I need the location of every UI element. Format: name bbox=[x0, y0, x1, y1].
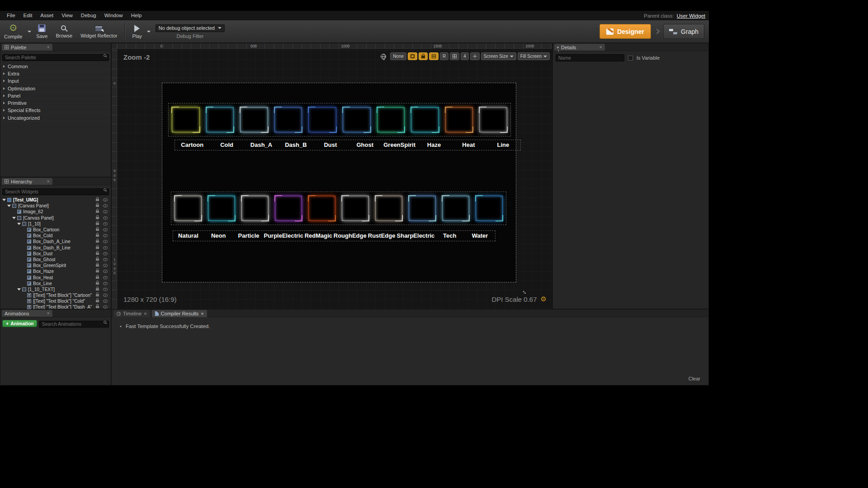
tree-row[interactable]: [Test_UMG] bbox=[0, 197, 111, 203]
close-icon[interactable]: × bbox=[47, 311, 50, 316]
effect-preview[interactable] bbox=[472, 192, 506, 225]
close-icon[interactable]: × bbox=[47, 45, 50, 50]
effect-preview[interactable] bbox=[205, 192, 238, 225]
hierarchy-tab[interactable]: Hierarchy × bbox=[2, 178, 52, 185]
lock-icon[interactable] bbox=[96, 199, 99, 201]
visibility-eye-icon[interactable] bbox=[103, 222, 108, 225]
lock-icon[interactable] bbox=[96, 300, 99, 302]
animations-tab[interactable]: Animations × bbox=[2, 310, 52, 317]
effect-label[interactable]: Line bbox=[486, 140, 520, 150]
visibility-eye-icon[interactable] bbox=[103, 282, 108, 285]
menu-item[interactable]: Debug bbox=[77, 11, 100, 20]
visibility-eye-icon[interactable] bbox=[103, 264, 108, 267]
clear-button[interactable]: Clear bbox=[686, 375, 703, 382]
visibility-eye-icon[interactable] bbox=[103, 228, 108, 231]
effect-label[interactable]: RoughEdge bbox=[334, 231, 367, 241]
preview-none-dropdown[interactable]: None bbox=[390, 52, 406, 60]
visibility-eye-icon[interactable] bbox=[103, 300, 108, 303]
tree-row[interactable]: Box_Heat bbox=[0, 274, 111, 280]
effect-preview[interactable] bbox=[340, 103, 374, 136]
visibility-eye-icon[interactable] bbox=[103, 276, 108, 279]
widget-canvas[interactable]: CartoonColdDash_ADash_BDustGhostGreenSpi… bbox=[162, 83, 516, 282]
respect-locks-button[interactable]: R bbox=[440, 52, 448, 60]
tree-row[interactable]: Box_Ghost bbox=[0, 257, 111, 263]
close-icon[interactable]: × bbox=[599, 45, 602, 50]
visibility-eye-icon[interactable] bbox=[103, 270, 108, 273]
lock-icon[interactable] bbox=[96, 240, 99, 243]
palette-category[interactable]: Panel bbox=[0, 92, 111, 99]
effect-preview[interactable] bbox=[169, 103, 203, 136]
fill-screen-dropdown[interactable]: Fill Screen bbox=[518, 52, 550, 60]
effect-preview[interactable] bbox=[374, 103, 408, 136]
tree-row[interactable]: [1_10] bbox=[0, 221, 111, 227]
effect-label[interactable]: Dust bbox=[313, 140, 348, 150]
lock-icon[interactable] bbox=[96, 288, 99, 291]
tree-row[interactable]: [1_10_TEXT] bbox=[0, 286, 111, 292]
tree-row[interactable]: Box_Haze bbox=[0, 268, 111, 274]
close-icon[interactable]: × bbox=[144, 311, 146, 316]
snap-size-button[interactable]: 4 bbox=[461, 52, 469, 60]
close-icon[interactable]: × bbox=[201, 311, 203, 316]
effect-label[interactable]: Tech bbox=[434, 231, 465, 241]
expand-arrow-icon[interactable] bbox=[3, 65, 5, 68]
effect-preview[interactable] bbox=[372, 192, 406, 225]
lock-icon[interactable] bbox=[96, 205, 99, 207]
effect-label[interactable]: GreenSpirit bbox=[382, 140, 416, 150]
lock-icon[interactable] bbox=[96, 270, 99, 272]
effect-label[interactable]: Neon bbox=[203, 231, 234, 241]
add-animation-button[interactable]: + Animation bbox=[2, 320, 37, 327]
play-button[interactable]: Play bbox=[128, 21, 146, 42]
tree-row[interactable]: Box_Cartoon bbox=[0, 227, 111, 233]
visibility-eye-icon[interactable] bbox=[103, 288, 108, 291]
expand-arrow-icon[interactable] bbox=[3, 102, 5, 104]
designer-viewport[interactable]: 0500100015002000 05001000 Zoom -2 None R… bbox=[111, 43, 552, 309]
effect-label[interactable]: Ghost bbox=[348, 140, 382, 150]
compiler-results-tab[interactable]: Compiler Results × bbox=[152, 310, 207, 317]
expander-icon[interactable] bbox=[17, 288, 21, 291]
tree-row[interactable]: Box_Dash_A_Line bbox=[0, 239, 111, 244]
effect-label[interactable]: Dash_B bbox=[278, 140, 313, 150]
grid-snap-button[interactable] bbox=[450, 52, 459, 60]
effect-label[interactable]: Natural bbox=[173, 231, 203, 241]
menu-item[interactable]: Asset bbox=[36, 11, 57, 20]
canvas-area[interactable]: Zoom -2 None R 4 Screen Size Fill Screen bbox=[117, 49, 552, 309]
safe-zone-button[interactable] bbox=[408, 52, 417, 60]
tree-row[interactable]: [Canvas Panel] bbox=[0, 215, 111, 221]
tree-row[interactable]: [[Text] "Text Block"] "Cold" bbox=[0, 298, 111, 304]
lock-icon[interactable] bbox=[96, 217, 99, 219]
effect-preview[interactable] bbox=[439, 192, 472, 225]
palette-category[interactable]: Uncategorized bbox=[0, 114, 111, 122]
debug-filter-select[interactable]: No debug object selected bbox=[156, 24, 225, 32]
effect-label[interactable]: Cold bbox=[209, 140, 244, 150]
lock-icon[interactable] bbox=[96, 235, 99, 237]
menu-item[interactable]: Window bbox=[100, 11, 127, 20]
dpi-settings-gear-icon[interactable]: ⚙ bbox=[541, 295, 547, 303]
tree-row[interactable]: Box_Dust bbox=[0, 251, 111, 257]
browse-button[interactable]: Browse bbox=[52, 21, 76, 42]
effect-label[interactable]: Heat bbox=[451, 140, 486, 150]
effect-label[interactable]: Cartoon bbox=[175, 140, 209, 150]
details-tab[interactable]: Details × bbox=[554, 44, 605, 51]
lock-icon[interactable] bbox=[96, 229, 99, 231]
effect-preview[interactable] bbox=[171, 192, 205, 225]
tree-row[interactable]: Image_62 bbox=[0, 209, 111, 215]
expand-arrow-icon[interactable] bbox=[3, 109, 5, 112]
effect-preview[interactable] bbox=[408, 103, 442, 136]
lock-icon[interactable] bbox=[96, 211, 99, 213]
visibility-eye-icon[interactable] bbox=[103, 252, 108, 255]
menu-item[interactable]: Help bbox=[127, 11, 146, 20]
expand-arrow-icon[interactable] bbox=[3, 94, 5, 97]
close-icon[interactable]: × bbox=[47, 179, 50, 184]
visibility-eye-icon[interactable] bbox=[103, 204, 108, 207]
lock-icon[interactable] bbox=[96, 282, 99, 285]
play-options-dropdown[interactable] bbox=[146, 21, 152, 42]
effect-label[interactable]: Haze bbox=[417, 140, 451, 150]
tree-row[interactable]: Box_Line bbox=[0, 281, 111, 286]
palette-category[interactable]: Extra bbox=[0, 70, 111, 77]
tree-row[interactable]: Box_Dash_B_Line bbox=[0, 245, 111, 251]
localization-preview-button[interactable] bbox=[378, 52, 389, 60]
effect-preview[interactable] bbox=[203, 103, 237, 136]
palette-tab[interactable]: Palette × bbox=[2, 44, 52, 51]
visibility-eye-icon[interactable] bbox=[103, 305, 108, 309]
effect-label[interactable]: Water bbox=[465, 231, 495, 241]
